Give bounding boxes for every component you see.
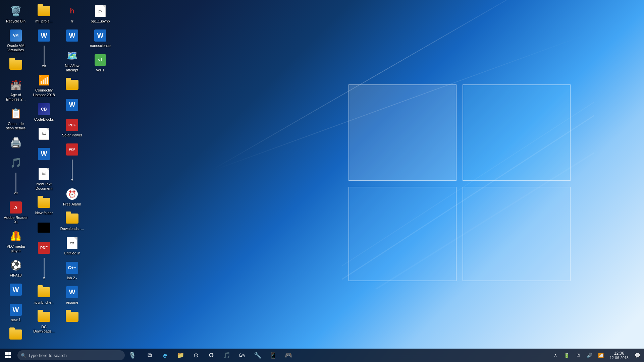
desktop-icon-free-alarm[interactable]: ⏰ Free Alarm xyxy=(59,185,86,208)
desktop-icon-codeblocks[interactable]: CB CodeBlocks xyxy=(31,101,57,124)
desktop-icon-downloads[interactable]: Downloads -... xyxy=(59,210,86,233)
store-button[interactable]: 🛍 xyxy=(235,349,250,362)
wifi-icon-button[interactable]: 📶 xyxy=(596,349,606,362)
phone-button[interactable]: 📱 xyxy=(266,349,280,362)
desktop-icon-redacted2[interactable] xyxy=(31,219,57,238)
desktop-icon-vlc[interactable]: 🦺 VLC media player xyxy=(2,228,29,255)
desktop-icon-adobe[interactable]: A Adobe Reader XI xyxy=(2,199,29,226)
desktop-icon-dc-downloads[interactable]: DC Downloads... xyxy=(31,308,57,336)
chrome-button[interactable]: ⊙ xyxy=(189,349,203,362)
volume-icon-button[interactable]: 🔊 xyxy=(584,349,595,362)
word3-icon: W xyxy=(37,147,51,161)
rr-label: rr xyxy=(71,19,73,23)
game-button[interactable]: 🎮 xyxy=(281,349,296,362)
desktop-icon-oracle-vm[interactable]: VM Oracle VM VirtualBox xyxy=(2,27,29,54)
desktop-icon-new1[interactable]: W new 1 xyxy=(2,301,29,324)
store-icon: 🛍 xyxy=(239,352,245,359)
desktop-icon-connectify[interactable]: 📶 Connectify Hotspot 2018 xyxy=(31,71,57,99)
word5-icon: W xyxy=(65,98,79,112)
desktop-icon-folder3[interactable] xyxy=(59,76,86,95)
desktop-icon-ve4[interactable]: v xyxy=(59,161,86,184)
search-icon: 🔍 xyxy=(21,353,26,358)
action-center-button[interactable]: 💬 xyxy=(632,349,643,362)
oracle-vm-icon: VM xyxy=(9,29,22,42)
desktop-icon-printer[interactable]: 🖨️ xyxy=(2,134,29,153)
desktop-icon-word3[interactable]: W xyxy=(31,145,57,164)
ve3-icon xyxy=(37,261,51,275)
desktop-icon-ve2[interactable]: ve xyxy=(31,47,57,70)
battery-icon: 🔋 xyxy=(564,353,570,358)
adobe-icon: A xyxy=(9,201,22,214)
new1-icon: W xyxy=(9,303,22,316)
desktop-icon-txtfile[interactable]: txt xyxy=(31,125,57,144)
desktop-icon-word1[interactable]: W xyxy=(2,281,29,300)
file-explorer-icon: 📁 xyxy=(177,352,184,359)
desktop-icon-folder-1[interactable] xyxy=(2,56,29,75)
desktop-icon-nanoscience[interactable]: W nanoscience xyxy=(87,27,114,50)
desktop-icon-word4[interactable]: W xyxy=(59,27,86,46)
clock-time: 12:06 xyxy=(614,351,624,356)
desktop-icon-pdf-redacted[interactable]: PDF xyxy=(31,239,57,258)
new-folder-icon xyxy=(37,196,51,209)
desktop-icon-cpp-lab[interactable]: C++ lab 2 - xyxy=(59,259,86,282)
desktop-icon-folder4[interactable] xyxy=(59,308,86,327)
desktop-icon-resume[interactable]: W resume xyxy=(59,284,86,307)
edge-button[interactable]: e xyxy=(158,349,172,362)
desktop-icon-recycle-bin[interactable]: 🗑️ Recycle Bin xyxy=(2,2,29,25)
show-hidden-icons-button[interactable]: ∧ xyxy=(550,349,561,362)
desktop-icon-countdown[interactable]: 📋 Coun...de stion details xyxy=(2,105,29,132)
desktop-icon-solar-power[interactable]: PDF Solar Power xyxy=(59,116,86,139)
desktop-icon-folder2[interactable] xyxy=(2,326,29,345)
microphone-button[interactable]: 🎙️ xyxy=(125,349,140,362)
desktop-icon-word5[interactable]: W xyxy=(59,96,86,115)
downloads-icon xyxy=(65,212,79,225)
word1-icon: W xyxy=(9,283,22,296)
desktop-icon-pp1-ipynb[interactable]: py pp1.1.ipynb xyxy=(87,2,114,25)
ve4-icon xyxy=(65,163,79,176)
tool-button[interactable]: 🔧 xyxy=(250,349,265,362)
chrome-icon: ⊙ xyxy=(194,352,199,359)
desktop-icon-new-folder[interactable]: New folder xyxy=(31,194,57,217)
desktop-icon-ver1[interactable]: v1 ver 1 xyxy=(87,51,114,74)
desktop-icon-word2[interactable]: W xyxy=(31,27,57,46)
word2-icon: W xyxy=(37,29,51,42)
dc-downloads-icon xyxy=(37,310,51,323)
desktop-icon-ipynb[interactable]: .ipynb_che... xyxy=(31,284,57,307)
task-view-button[interactable]: ⧉ xyxy=(142,349,157,362)
recycle-bin-label: Recycle Bin xyxy=(6,19,25,23)
pdf-small-icon: PDF xyxy=(65,143,79,156)
desktop-icon-pdf-small[interactable]: PDF xyxy=(59,141,86,160)
file-explorer-button[interactable]: 📁 xyxy=(173,349,188,362)
start-button[interactable] xyxy=(0,349,16,362)
opera-icon: O xyxy=(209,352,214,359)
search-placeholder: Type here to search xyxy=(28,353,67,358)
countdown-icon: 📋 xyxy=(9,107,22,120)
mlproject-icon xyxy=(37,4,51,18)
printer-icon: 🖨️ xyxy=(9,136,22,149)
edge-icon: e xyxy=(163,352,167,359)
search-bar[interactable]: 🔍 Type here to search xyxy=(17,350,125,360)
desktop-icon-rr[interactable]: h rr xyxy=(59,2,86,25)
desktop-icon-fifa[interactable]: ⚽ FIFA18 xyxy=(2,256,29,280)
cpp-lab-label: lab 2 - xyxy=(67,276,77,280)
desktop-icon-ve3[interactable]: v xyxy=(31,259,57,282)
battery-icon-button[interactable]: 🔋 xyxy=(561,349,572,362)
free-alarm-icon: ⏰ xyxy=(65,187,79,201)
desktop-icon-ve1[interactable]: ve xyxy=(2,174,29,197)
desktop-icon-itunes[interactable]: 🎵 xyxy=(2,154,29,173)
network-icon-button[interactable]: 🖥 xyxy=(573,349,584,362)
opera-button[interactable]: O xyxy=(204,349,219,362)
desktop-icon-navview[interactable]: 🗺️ NavView attempt xyxy=(59,47,86,74)
nanoscience-label: nanoscience xyxy=(90,44,111,48)
ve2-icon xyxy=(37,49,51,62)
network-icon: 🖥 xyxy=(576,353,581,358)
vlc-taskbar-button[interactable]: 🎵 xyxy=(219,349,234,362)
fifa-label: FIFA18 xyxy=(10,273,21,278)
desktop-icon-untitled-in[interactable]: txt Untitled in xyxy=(59,234,86,257)
connectify-icon: 📶 xyxy=(37,73,51,87)
desktop-icon-mlproject[interactable]: ml_proje... xyxy=(31,2,57,25)
clock-date: 12-06-2018 xyxy=(610,356,629,360)
clock[interactable]: 12:06 12-06-2018 xyxy=(607,349,631,362)
desktop-icon-age-of-empires[interactable]: 🏰 Age of Empires 2... xyxy=(2,76,29,104)
desktop-icon-new-text-doc[interactable]: txt New Text Document xyxy=(31,165,57,193)
